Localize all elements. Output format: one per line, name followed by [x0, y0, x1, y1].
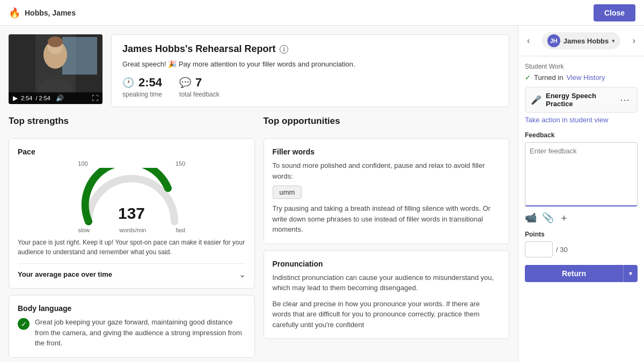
- student-view-link[interactable]: Take action in student view: [525, 116, 638, 124]
- slow-label: slow: [78, 227, 90, 233]
- pace-gauge: 100 150 137 slow: [18, 160, 246, 233]
- report-card: James Hobbs's Rehearsal Report i Great s…: [111, 34, 509, 107]
- speaking-time-stat: 🕐 2:54 speaking time: [122, 76, 162, 98]
- fast-label: fast: [176, 227, 186, 233]
- video-tool-button[interactable]: 📹: [525, 212, 537, 224]
- main-layout: ▶ 2:54 / 2:54 🔊 ⛶ James Hobbs's Rehearsa…: [0, 26, 644, 362]
- avg-pace-row[interactable]: Your average pace over time ⌄: [18, 263, 246, 279]
- speaking-time-label: speaking time: [122, 91, 162, 98]
- assignment-emoji: 🎤: [531, 95, 541, 105]
- topbar-left: 🔥 Hobbs, James: [9, 7, 76, 19]
- attach-tool-button[interactable]: 📎: [542, 212, 554, 224]
- feedback-icon: 💬: [179, 77, 191, 88]
- svg-rect-2: [62, 37, 97, 75]
- return-button[interactable]: Return: [525, 265, 623, 282]
- assignment-more-button[interactable]: ⋯: [618, 95, 632, 105]
- video-thumbnail: [9, 34, 103, 93]
- report-title: James Hobbs's Rehearsal Report i: [122, 43, 498, 55]
- next-student-button[interactable]: ›: [630, 34, 639, 48]
- panel-body: Student Work ✓ Turned in View History 🎤 …: [518, 56, 644, 362]
- filler-words-card: Filler words To sound more polished and …: [264, 138, 510, 244]
- opportunities-title: Top opportunities: [264, 116, 510, 127]
- clock-icon: 🕐: [122, 77, 134, 88]
- student-chip[interactable]: JH James Hobbs ▾: [542, 32, 621, 49]
- student-avatar: JH: [547, 34, 560, 47]
- video-duration: / 2:54: [35, 95, 50, 101]
- col-opportunities: Top opportunities Filler words To sound …: [264, 116, 510, 358]
- view-history-link[interactable]: View History: [566, 73, 605, 82]
- assignment-row: 🎤 Energy Speech Practice ⋯: [525, 87, 638, 113]
- report-title-text: James Hobbs's Rehearsal Report: [122, 43, 275, 55]
- top-row: ▶ 2:54 / 2:54 🔊 ⛶ James Hobbs's Rehearsa…: [9, 34, 509, 107]
- return-row: Return ▾: [525, 265, 638, 282]
- points-label: Points: [525, 231, 638, 238]
- panel-nav: ‹ JH James Hobbs ▾ ›: [518, 26, 644, 56]
- points-input[interactable]: [525, 241, 553, 257]
- chevron-down-icon: ⌄: [239, 269, 246, 279]
- avg-pace-label: Your average pace over time: [18, 270, 112, 278]
- gauge-minmax: 100 150: [78, 160, 185, 167]
- topbar: 🔥 Hobbs, James Close: [0, 0, 644, 26]
- two-col: Top strengths Pace 100 150: [9, 116, 509, 358]
- video-player: ▶ 2:54 / 2:54 🔊 ⛶: [9, 34, 103, 104]
- strengths-title: Top strengths: [9, 116, 255, 127]
- dropdown-arrow-icon: ▾: [612, 38, 615, 45]
- feedback-textarea[interactable]: [525, 142, 638, 206]
- content-area: ▶ 2:54 / 2:54 🔊 ⛶ James Hobbs's Rehearsa…: [0, 26, 518, 362]
- gauge-max: 150: [175, 160, 185, 167]
- stats-row: 🕐 2:54 speaking time 💬 7 total feedback: [122, 76, 498, 98]
- feedback-label-stat: total feedback: [179, 91, 219, 98]
- gauge-slow-fast: slow words/min fast: [78, 227, 185, 233]
- pronunciation-desc2: Be clear and precise in how you pronounc…: [273, 299, 501, 330]
- fire-icon: 🔥: [9, 7, 20, 19]
- pronunciation-card: Pronunciation Indistinct pronunciation c…: [264, 250, 510, 339]
- feedback-section-label: Feedback: [525, 131, 638, 139]
- fullscreen-button[interactable]: ⛶: [92, 94, 98, 102]
- filler-words-title: Filler words: [273, 147, 501, 156]
- body-language-title: Body language: [18, 304, 246, 313]
- feedback-tools: 📹 📎 ＋: [525, 211, 638, 224]
- check-icon: ✓: [525, 73, 531, 82]
- total-feedback-stat: 💬 7 total feedback: [179, 76, 219, 98]
- body-lang-text: Great job keeping your gaze forward, mai…: [35, 317, 246, 349]
- pace-desc: Your pace is just right. Keep it up! You…: [18, 238, 246, 257]
- points-row: / 30: [525, 241, 638, 257]
- close-button[interactable]: Close: [594, 4, 635, 21]
- svg-text:137: 137: [118, 204, 145, 222]
- volume-button[interactable]: 🔊: [56, 94, 64, 102]
- feedback-value: 7: [195, 76, 202, 90]
- check-circle-icon: ✓: [18, 318, 30, 330]
- col-strengths: Top strengths Pace 100 150: [9, 116, 255, 358]
- gauge-min: 100: [78, 160, 87, 167]
- app-title: Hobbs, James: [25, 9, 76, 17]
- filler-words-desc1: To sound more polished and confident, pa…: [273, 160, 501, 181]
- pronunciation-title: Pronunciation: [273, 260, 501, 268]
- add-tool-button[interactable]: ＋: [559, 211, 569, 224]
- student-initials: JH: [550, 38, 558, 44]
- video-controls: ▶ 2:54 / 2:54 🔊 ⛶: [9, 92, 103, 104]
- student-work-label: Student Work: [525, 63, 638, 70]
- speaking-time-value: 2:54: [138, 76, 162, 90]
- body-language-card: Body language ✓ Great job keeping your g…: [9, 295, 255, 358]
- points-max: / 30: [556, 246, 568, 254]
- right-panel: ‹ JH James Hobbs ▾ › Student Work ✓ Turn…: [518, 26, 644, 362]
- pronunciation-desc1: Indistinct pronunciation can cause your …: [273, 272, 501, 293]
- return-dropdown-button[interactable]: ▾: [623, 265, 638, 282]
- assignment-name: Energy Speech Practice: [546, 92, 618, 108]
- gauge-svg: 137: [78, 168, 185, 227]
- pace-card: Pace 100 150 137: [9, 138, 255, 289]
- words-min-label: words/min: [119, 227, 146, 233]
- body-lang-check: ✓ Great job keeping your gaze forward, m…: [18, 317, 246, 349]
- svg-point-5: [48, 36, 63, 47]
- video-time: 2:54: [21, 95, 32, 101]
- prev-student-button[interactable]: ‹: [524, 34, 533, 48]
- pace-title: Pace: [18, 147, 246, 156]
- turned-in-text: Turned in: [534, 73, 563, 82]
- filler-chip: umm: [273, 186, 302, 199]
- play-button[interactable]: ▶: [13, 94, 18, 102]
- assignment-inner: 🎤 Energy Speech Practice: [531, 92, 618, 108]
- filler-words-desc2: Try pausing and taking a breath instead …: [273, 203, 501, 235]
- turned-in-row: ✓ Turned in View History: [525, 73, 638, 82]
- report-subtitle: Great speech! 🎉 Pay more attention to yo…: [122, 60, 498, 68]
- info-icon[interactable]: i: [280, 45, 288, 54]
